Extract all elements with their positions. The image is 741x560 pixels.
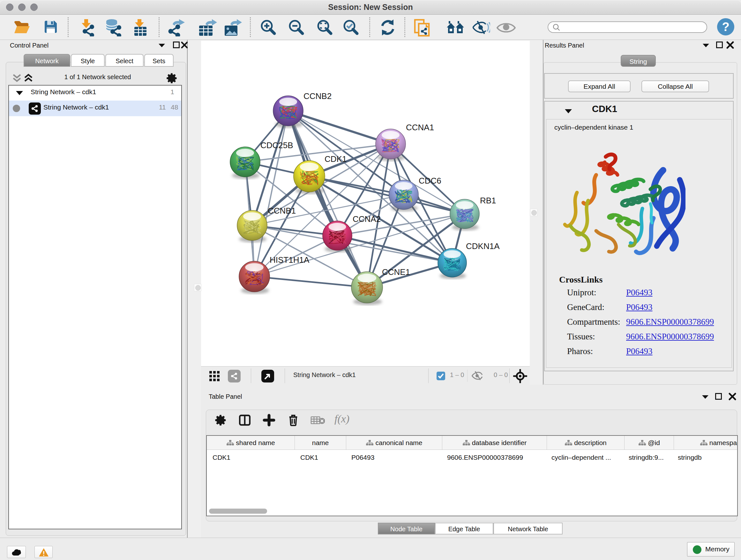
- svg-text:CCNA2: CCNA2: [353, 214, 381, 224]
- svg-text:CCNB2: CCNB2: [304, 91, 332, 101]
- svg-text:RB1: RB1: [480, 196, 496, 205]
- svg-text:CDKN1A: CDKN1A: [466, 241, 500, 251]
- svg-text:CDC25B: CDC25B: [260, 140, 293, 150]
- svg-text:CDK1: CDK1: [325, 154, 347, 164]
- svg-text:HIST1H1A: HIST1H1A: [270, 255, 310, 265]
- svg-text:CCNE1: CCNE1: [382, 267, 410, 277]
- svg-text:CDC6: CDC6: [419, 176, 441, 186]
- svg-text:CCNB1: CCNB1: [268, 206, 296, 215]
- svg-text:CCNA1: CCNA1: [406, 123, 434, 132]
